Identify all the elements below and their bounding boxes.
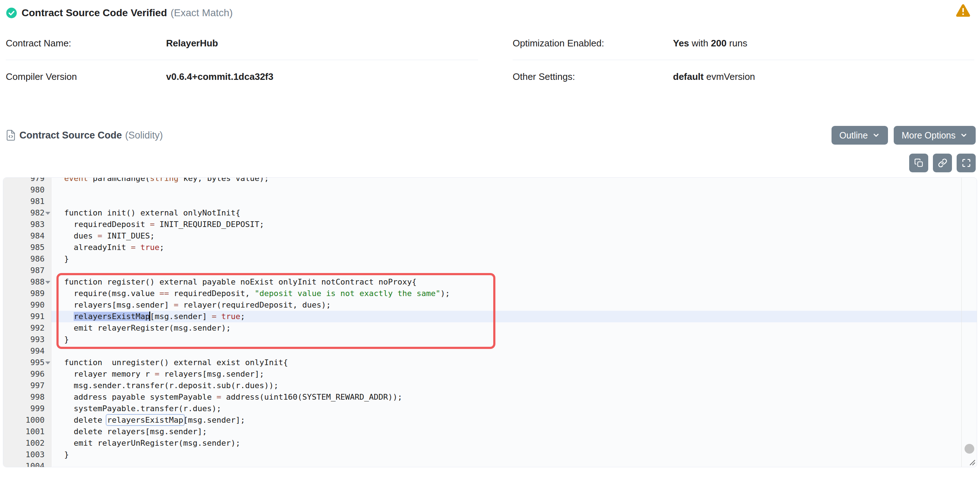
contract-verification-page: Contract Source Code Verified (Exact Mat… bbox=[0, 0, 980, 467]
selected-token: relayersExistMap bbox=[74, 312, 150, 321]
line-number: 980 bbox=[3, 184, 51, 196]
code-line[interactable]: 983 requiredDeposit = INIT_REQUIRED_DEPO… bbox=[3, 219, 977, 230]
code-line[interactable]: 982 function init() external onlyNotInit… bbox=[3, 207, 977, 219]
info-column-left: Contract Name:RelayerHubCompiler Version… bbox=[6, 27, 478, 93]
line-number: 989 bbox=[3, 288, 51, 299]
code-line[interactable]: 1004 bbox=[3, 461, 977, 467]
code-line[interactable]: 995 function unregister() external exist… bbox=[3, 357, 977, 369]
code-line[interactable]: 990 relayers[msg.sender] = relayer(requi… bbox=[3, 299, 977, 311]
source-code-section-bar: Contract Source Code (Solidity) Outline … bbox=[3, 126, 977, 145]
match-type-label: (Exact Match) bbox=[171, 7, 233, 19]
code-text bbox=[51, 345, 977, 357]
line-number: 998 bbox=[3, 391, 51, 403]
code-lines-container: 979 event paramChange(string key, bytes … bbox=[3, 177, 977, 467]
code-text: relayers[msg.sender] = relayer(requiredD… bbox=[51, 299, 977, 311]
code-line[interactable]: 996 relayer memory r = relayers[msg.send… bbox=[3, 369, 977, 380]
warning-icon[interactable] bbox=[955, 3, 971, 18]
link-icon bbox=[938, 158, 947, 168]
chevron-down-icon bbox=[872, 131, 880, 139]
code-line[interactable]: 998 address payable systemPayable = addr… bbox=[3, 391, 977, 403]
code-line[interactable]: 1001 delete relayers[msg.sender]; bbox=[3, 426, 977, 437]
code-line[interactable]: 1002 emit relayerUnRegister(msg.sender); bbox=[3, 437, 977, 449]
fold-toggle-icon[interactable] bbox=[45, 212, 50, 215]
line-number: 994 bbox=[3, 345, 51, 357]
code-line[interactable]: 989 require(msg.value == requiredDeposit… bbox=[3, 288, 977, 299]
outline-button-label: Outline bbox=[840, 130, 868, 140]
file-code-icon bbox=[6, 129, 16, 141]
line-number: 982 bbox=[3, 207, 51, 219]
scrollbar-thumb[interactable] bbox=[964, 444, 974, 454]
code-line[interactable]: 1000 delete relayersExistMap[msg.sender]… bbox=[3, 415, 977, 426]
line-number: 986 bbox=[3, 253, 51, 265]
code-line[interactable]: 984 dues = INIT_DUES; bbox=[3, 230, 977, 242]
code-text bbox=[51, 184, 977, 196]
section-language-label: (Solidity) bbox=[125, 130, 163, 141]
code-text: msg.sender.transfer(r.deposit.sub(r.dues… bbox=[51, 380, 977, 391]
info-label: Contract Name: bbox=[6, 38, 166, 49]
line-number: 990 bbox=[3, 299, 51, 311]
code-line[interactable]: 994 bbox=[3, 345, 977, 357]
code-line[interactable]: 993 } bbox=[3, 334, 977, 345]
fullscreen-button[interactable] bbox=[957, 153, 976, 172]
chevron-down-icon bbox=[960, 131, 968, 139]
code-line[interactable]: 986 } bbox=[3, 253, 977, 265]
line-number: 1000 bbox=[3, 415, 51, 426]
editor-scrollbar[interactable] bbox=[961, 178, 977, 467]
fold-toggle-icon[interactable] bbox=[45, 281, 50, 284]
verified-header: Contract Source Code Verified (Exact Mat… bbox=[3, 0, 977, 21]
code-toolbar bbox=[3, 153, 977, 172]
line-number: 988 bbox=[3, 276, 51, 288]
fold-toggle-icon[interactable] bbox=[45, 362, 50, 364]
line-number: 997 bbox=[3, 380, 51, 391]
code-line[interactable]: 999 systemPayable.transfer(r.dues); bbox=[3, 403, 977, 415]
line-number: 979 bbox=[3, 177, 51, 184]
code-line[interactable]: 987 bbox=[3, 265, 977, 276]
info-value: RelayerHub bbox=[166, 38, 218, 49]
section-title: Contract Source Code bbox=[19, 130, 122, 141]
info-label: Compiler Version bbox=[6, 71, 166, 82]
code-text: event paramChange(string key, bytes valu… bbox=[51, 177, 977, 184]
code-line[interactable]: 980 bbox=[3, 184, 977, 196]
code-line[interactable]: 997 msg.sender.transfer(r.deposit.sub(r.… bbox=[3, 380, 977, 391]
matching-token: relayersExistMap bbox=[107, 415, 183, 424]
line-number: 996 bbox=[3, 369, 51, 380]
info-value: default evmVersion bbox=[673, 71, 755, 82]
code-text: emit relayerRegister(msg.sender); bbox=[51, 322, 977, 334]
line-number: 987 bbox=[3, 265, 51, 276]
code-text: systemPayable.transfer(r.dues); bbox=[51, 403, 977, 415]
contract-info-grid: Contract Name:RelayerHubCompiler Version… bbox=[3, 27, 977, 93]
code-line[interactable]: 979 event paramChange(string key, bytes … bbox=[3, 177, 977, 184]
line-number: 984 bbox=[3, 230, 51, 242]
code-line[interactable]: 992 emit relayerRegister(msg.sender); bbox=[3, 322, 977, 334]
outline-button[interactable]: Outline bbox=[832, 126, 888, 145]
code-text: } bbox=[51, 449, 977, 461]
info-row: Optimization Enabled:Yes with 200 runs bbox=[513, 27, 974, 60]
code-text: } bbox=[51, 334, 977, 345]
line-number: 1001 bbox=[3, 426, 51, 437]
line-number: 985 bbox=[3, 242, 51, 253]
resize-grip-icon[interactable] bbox=[967, 457, 976, 466]
more-options-button-label: More Options bbox=[902, 130, 956, 140]
code-text: delete relayers[msg.sender]; bbox=[51, 426, 977, 437]
code-text: delete relayersExistMap[msg.sender]; bbox=[51, 415, 977, 426]
line-number: 1002 bbox=[3, 437, 51, 449]
page-title: Contract Source Code Verified bbox=[22, 7, 167, 19]
line-number: 1003 bbox=[3, 449, 51, 461]
code-line[interactable]: 985 alreadyInit = true; bbox=[3, 242, 977, 253]
code-text bbox=[51, 461, 977, 467]
code-line[interactable]: 991 relayersExistMap[msg.sender] = true; bbox=[3, 311, 977, 322]
code-text: address payable systemPayable = address(… bbox=[51, 391, 977, 403]
info-row: Contract Name:RelayerHub bbox=[6, 27, 478, 60]
code-line[interactable]: 1003 } bbox=[3, 449, 977, 461]
info-label: Other Settings: bbox=[513, 71, 673, 82]
permalink-button[interactable] bbox=[933, 153, 952, 172]
info-label: Optimization Enabled: bbox=[513, 38, 673, 49]
line-number: 1004 bbox=[3, 461, 51, 467]
code-line[interactable]: 981 bbox=[3, 196, 977, 207]
more-options-button[interactable]: More Options bbox=[894, 126, 976, 145]
info-row: Compiler Versionv0.6.4+commit.1dca32f3 bbox=[6, 60, 478, 93]
copy-icon bbox=[914, 158, 924, 168]
copy-source-button[interactable] bbox=[909, 153, 928, 172]
source-code-editor[interactable]: 979 event paramChange(string key, bytes … bbox=[3, 177, 977, 467]
code-line[interactable]: 988 function register() external payable… bbox=[3, 276, 977, 288]
